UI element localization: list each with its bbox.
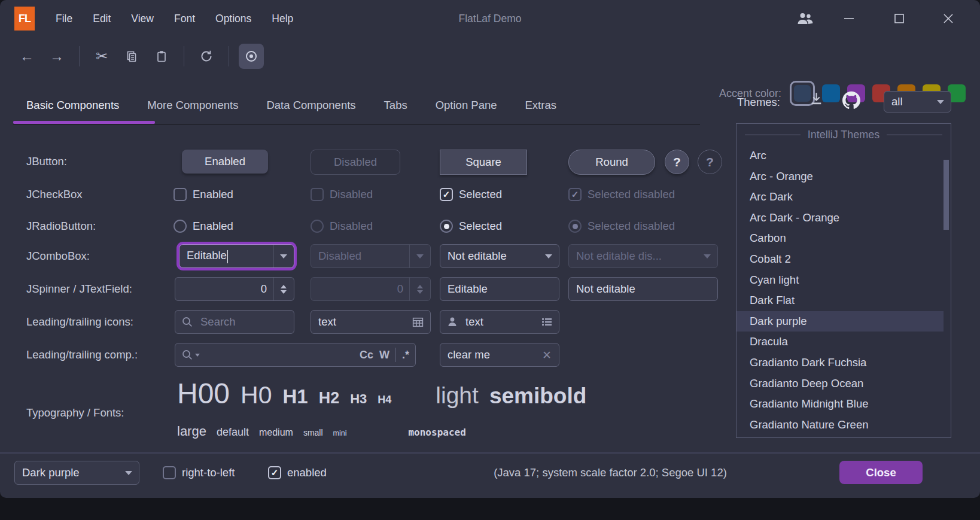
jspinner-label: JSpinner / JTextField: — [26, 282, 132, 296]
menu-help[interactable]: Help — [261, 13, 303, 25]
spinner[interactable]: 0 — [175, 277, 294, 301]
close-button[interactable]: Close — [839, 461, 923, 484]
theme-combobox[interactable]: Dark purple — [14, 461, 139, 485]
download-icon[interactable] — [809, 91, 824, 106]
menu-file[interactable]: File — [45, 13, 83, 25]
theme-item[interactable]: Gradianto Nature Green — [736, 415, 951, 436]
theme-item[interactable]: Dark Flat — [736, 290, 951, 311]
combobox-value: Not editable dis... — [569, 250, 697, 263]
theme-item[interactable]: Carbon — [736, 228, 951, 249]
radio-icon[interactable] — [174, 220, 187, 233]
checkbox-checked-icon[interactable]: ✓ — [268, 466, 281, 479]
theme-item-selected[interactable]: Dark purple — [736, 311, 944, 332]
tab-tabs[interactable]: Tabs — [384, 99, 407, 112]
radio-enabled[interactable]: Enabled — [174, 220, 233, 233]
theme-item[interactable]: Gradianto Deep Ocean — [736, 373, 951, 394]
menu-view[interactable]: View — [121, 13, 164, 25]
combobox-arrow[interactable] — [930, 92, 951, 112]
match-case-toggle[interactable]: Cc — [360, 349, 373, 361]
users-icon[interactable] — [786, 0, 823, 37]
leading-trailing-icons-label: Leading/trailing icons: — [26, 315, 133, 329]
spinner-value: 0 — [311, 282, 409, 296]
combobox-not-editable[interactable]: Not editable — [440, 244, 559, 268]
tab-basic-components[interactable]: Basic Components — [26, 99, 119, 112]
forward-icon[interactable]: → — [44, 44, 69, 69]
textfield-value[interactable]: Editable — [440, 282, 559, 296]
close-window-button[interactable] — [930, 0, 967, 37]
combobox-arrow[interactable] — [118, 461, 139, 484]
tab-option-pane[interactable]: Option Pane — [436, 99, 497, 112]
clear-icon[interactable]: ✕ — [542, 348, 552, 362]
help-button-hollow[interactable]: ? — [698, 150, 722, 174]
enabled-checkbox[interactable]: ✓ enabled — [268, 466, 327, 479]
paste-icon[interactable] — [149, 44, 174, 69]
checkbox-icon[interactable] — [163, 466, 176, 479]
square-button[interactable]: Square — [440, 150, 527, 175]
minimize-button[interactable] — [830, 0, 868, 37]
copy-icon[interactable] — [119, 44, 144, 69]
tab-more-components[interactable]: More Components — [147, 99, 238, 112]
h2-sample: H2 — [319, 389, 340, 408]
search-options-icon[interactable] — [181, 349, 200, 361]
github-icon[interactable] — [842, 91, 860, 109]
checkbox-selected[interactable]: ✓ Selected — [440, 188, 502, 201]
accent-swatch[interactable] — [794, 85, 811, 102]
checkbox-checked-icon[interactable]: ✓ — [440, 188, 453, 201]
tab-data-components[interactable]: Data Components — [266, 99, 355, 112]
theme-item[interactable]: Arc Dark - Orange — [736, 208, 951, 229]
theme-item[interactable]: Arc Dark — [736, 187, 951, 208]
combobox-editable[interactable]: Editable — [179, 244, 294, 268]
checkbox-icon[interactable] — [174, 188, 187, 201]
refresh-icon[interactable] — [194, 44, 219, 69]
checkbox-enabled[interactable]: Enabled — [174, 188, 233, 201]
regex-toggle[interactable]: .* — [402, 349, 409, 361]
search-placeholder[interactable]: Search — [193, 315, 294, 329]
combobox-value: Not editable — [440, 250, 538, 263]
spinner-value[interactable]: 0 — [175, 282, 273, 296]
textfield-editable[interactable]: Editable — [440, 277, 559, 301]
menu-options[interactable]: Options — [205, 13, 261, 25]
combobox-arrow[interactable] — [273, 245, 294, 267]
menu-font[interactable]: Font — [164, 13, 205, 25]
help-button[interactable]: ? — [665, 150, 689, 174]
tab-extras[interactable]: Extras — [525, 99, 556, 112]
accent-swatch[interactable] — [822, 84, 840, 102]
combobox-arrow[interactable] — [538, 245, 559, 267]
maximize-button[interactable] — [881, 0, 918, 37]
spinner-buttons[interactable] — [273, 278, 294, 300]
text-field-person-list[interactable]: text — [440, 310, 559, 334]
theme-item[interactable]: Gradianto Midnight Blue — [736, 394, 951, 415]
textfield-not-editable: Not editable — [568, 277, 718, 301]
cut-icon[interactable]: ✂ — [89, 44, 114, 69]
rtl-checkbox[interactable]: right-to-left — [163, 466, 235, 479]
clear-me-value[interactable]: clear me — [440, 348, 542, 361]
radio-selected-icon[interactable] — [440, 220, 453, 233]
clear-me-field[interactable]: clear me ✕ — [440, 343, 559, 367]
text-value[interactable]: text — [458, 315, 541, 329]
text-field-table-icon[interactable]: text — [311, 310, 431, 334]
theme-filter-combobox[interactable]: all — [884, 91, 951, 112]
enabled-button[interactable]: Enabled — [182, 150, 268, 174]
radio-selected[interactable]: Selected — [440, 220, 502, 233]
round-button[interactable]: Round — [568, 150, 655, 175]
theme-item[interactable]: Gradianto Dark Fuchsia — [736, 352, 951, 373]
person-icon — [446, 316, 458, 328]
search-field[interactable]: Search — [175, 310, 294, 334]
theme-list-scrollbar[interactable] — [944, 160, 949, 230]
search-comp-field[interactable]: Cc W .* — [175, 343, 416, 367]
theme-item[interactable]: Cobalt 2 — [736, 249, 951, 270]
theme-item[interactable]: Arc - Orange — [736, 166, 951, 187]
show-hidden-icon[interactable] — [239, 44, 264, 69]
theme-item[interactable]: Cyan light — [736, 270, 951, 291]
theme-item[interactable]: Dracula — [736, 332, 951, 352]
theme-filter-value: all — [884, 95, 930, 108]
small-sample: small — [303, 428, 323, 437]
table-icon[interactable] — [412, 316, 424, 329]
back-icon[interactable]: ← — [14, 44, 39, 69]
whole-word-toggle[interactable]: W — [379, 349, 389, 361]
text-value[interactable]: text — [311, 315, 412, 329]
menu-edit[interactable]: Edit — [83, 13, 121, 25]
window-controls — [786, 0, 980, 37]
theme-item[interactable]: Arc — [736, 145, 951, 166]
list-icon[interactable] — [541, 316, 553, 328]
